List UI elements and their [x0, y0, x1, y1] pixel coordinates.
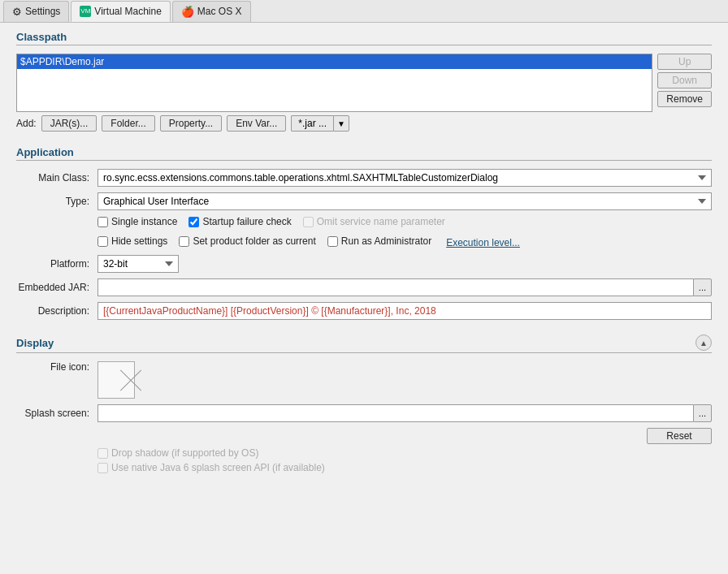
classpath-buttons: Up Down Remove	[657, 54, 712, 107]
type-label: Type:	[16, 196, 98, 207]
up-button[interactable]: Up	[657, 54, 712, 70]
add-jar-wildcard-button[interactable]: *.jar ... ▼	[291, 115, 349, 132]
apple-icon: 🍎	[181, 6, 194, 18]
reset-btn-row: Reset	[16, 428, 712, 444]
single-instance-checkbox[interactable]	[98, 217, 108, 227]
type-row: Type: Graphical User InterfaceConsole	[16, 192, 712, 210]
description-row: Description:	[16, 302, 712, 320]
main-class-select[interactable]: ro.sync.ecss.extensions.commons.table.op…	[98, 169, 712, 187]
drop-shadow-checkbox-item: Drop shadow (if supported by OS)	[98, 447, 700, 459]
single-instance-label: Single instance	[111, 216, 177, 227]
add-jar-button[interactable]: JAR(s)...	[41, 115, 98, 132]
platform-select[interactable]: 32-bit64-bit	[98, 255, 179, 273]
splash-screen-browse-button[interactable]: ...	[693, 404, 712, 422]
startup-failure-label: Startup failure check	[202, 216, 291, 227]
platform-label: Platform:	[16, 258, 98, 270]
add-envvar-button[interactable]: Env Var...	[227, 115, 286, 132]
description-input[interactable]	[98, 302, 712, 320]
run-as-admin-label: Run as Administrator	[341, 235, 431, 247]
native-java6-checkbox[interactable]	[98, 463, 108, 473]
run-as-admin-checkbox-item: Run as Administrator	[327, 235, 431, 247]
platform-control: 32-bit64-bit	[98, 255, 712, 273]
hide-settings-checkbox-item: Hide settings	[98, 235, 167, 247]
set-product-folder-checkbox[interactable]	[179, 236, 189, 247]
embedded-jar-label: Embedded JAR:	[16, 282, 98, 293]
file-icon-box[interactable]	[98, 361, 135, 399]
classpath-section: Classpath $APPDIR\Demo.jar Up Down Remov…	[16, 31, 712, 132]
application-title: Application	[16, 146, 712, 161]
set-product-folder-label: Set product folder as current	[193, 235, 315, 247]
splash-screen-input[interactable]	[98, 404, 693, 422]
type-control: Graphical User InterfaceConsole	[98, 192, 712, 210]
display-header-row: Display ▲	[16, 334, 712, 351]
main-class-control: ro.sync.ecss.extensions.commons.table.op…	[98, 169, 712, 187]
remove-button[interactable]: Remove	[657, 91, 712, 107]
main-content: Classpath $APPDIR\Demo.jar Up Down Remov…	[0, 23, 728, 574]
native-java6-checkbox-item: Use native Java 6 splash screen API (if …	[98, 462, 700, 473]
splash-screen-row: Splash screen: ...	[16, 404, 712, 422]
platform-row: Platform: 32-bit64-bit	[16, 255, 712, 273]
splash-screen-label: Splash screen:	[16, 408, 98, 419]
execution-level-link[interactable]: Execution level...	[446, 237, 520, 248]
down-button[interactable]: Down	[657, 72, 712, 88]
embedded-jar-control: ...	[98, 278, 712, 296]
tabs-bar: ⚙ Settings VM Virtual Machine 🍎 Mac OS X	[0, 0, 728, 23]
embedded-jar-row: Embedded JAR: ...	[16, 278, 712, 296]
classpath-title: Classpath	[16, 31, 712, 45]
run-as-admin-checkbox[interactable]	[327, 236, 338, 247]
native-java6-label: Use native Java 6 splash screen API (if …	[111, 462, 325, 473]
omit-service-label: Omit service name parameter	[317, 216, 445, 227]
classpath-item[interactable]: $APPDIR\Demo.jar	[17, 54, 652, 69]
add-jar-wildcard-main[interactable]: *.jar ...	[291, 115, 333, 132]
checkboxes-row-2: Hide settings Set product folder as curr…	[98, 235, 712, 250]
embedded-jar-browse-button[interactable]: ...	[693, 278, 712, 296]
add-folder-button[interactable]: Folder...	[102, 115, 154, 132]
add-label: Add:	[16, 118, 37, 129]
description-control	[98, 302, 712, 320]
file-icon-label: File icon:	[16, 361, 98, 373]
collapse-display-button[interactable]: ▲	[696, 334, 712, 351]
tab-settings[interactable]: ⚙ Settings	[3, 1, 69, 22]
display-checkboxes: Drop shadow (if supported by OS) Use nat…	[98, 447, 712, 473]
single-instance-checkbox-item: Single instance	[98, 216, 177, 227]
tab-macos[interactable]: 🍎 Mac OS X	[172, 1, 251, 22]
main-class-label: Main Class:	[16, 172, 98, 183]
omit-service-checkbox-item: Omit service name parameter	[303, 216, 445, 227]
add-jar-wildcard-arrow[interactable]: ▼	[333, 115, 349, 132]
classpath-list[interactable]: $APPDIR\Demo.jar	[16, 54, 652, 112]
add-row: Add: JAR(s)... Folder... Property... Env…	[16, 115, 712, 132]
application-section: Application Main Class: ro.sync.ecss.ext…	[16, 146, 712, 320]
startup-failure-checkbox[interactable]	[188, 217, 199, 227]
checkboxes-row-1: Single instance Startup failure check Om…	[98, 216, 712, 231]
set-product-folder-checkbox-item: Set product folder as current	[179, 235, 315, 247]
file-icon-row: File icon:	[16, 361, 712, 399]
add-property-button[interactable]: Property...	[160, 115, 222, 132]
omit-service-checkbox[interactable]	[303, 217, 314, 227]
display-section: Display ▲ File icon: Splash screen: ...	[16, 334, 712, 473]
type-select[interactable]: Graphical User InterfaceConsole	[98, 192, 712, 210]
tab-virtual-machine[interactable]: VM Virtual Machine	[71, 1, 171, 22]
reset-button[interactable]: Reset	[647, 428, 712, 444]
startup-failure-checkbox-item: Startup failure check	[188, 216, 291, 227]
drop-shadow-checkbox[interactable]	[98, 448, 108, 459]
file-icon-control	[98, 361, 712, 399]
gear-icon: ⚙	[12, 6, 22, 18]
hide-settings-checkbox[interactable]	[98, 236, 108, 247]
drop-shadow-label: Drop shadow (if supported by OS)	[111, 447, 258, 459]
splash-screen-control: ...	[98, 404, 712, 422]
classpath-area: $APPDIR\Demo.jar Up Down Remove	[16, 54, 712, 112]
embedded-jar-input[interactable]	[98, 278, 693, 296]
description-label: Description:	[16, 305, 98, 317]
display-title: Display	[16, 337, 696, 349]
hide-settings-label: Hide settings	[111, 235, 167, 247]
main-class-row: Main Class: ro.sync.ecss.extensions.comm…	[16, 169, 712, 187]
vm-icon: VM	[80, 6, 91, 17]
